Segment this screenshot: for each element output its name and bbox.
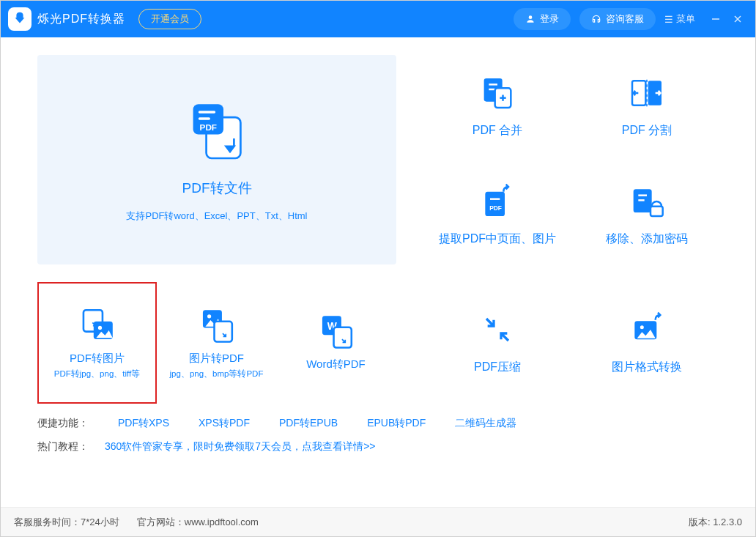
merge-icon [479, 75, 516, 111]
tool-pdf-merge[interactable]: PDF 合并 [426, 55, 569, 158]
svg-rect-30 [214, 322, 231, 342]
tool-pdf-extract[interactable]: PDF 提取PDF中页面、图片 [426, 163, 569, 266]
menu-label: 菜单 [676, 12, 695, 26]
svg-rect-24 [651, 206, 663, 215]
title-bar: 烁光PDF转换器 开通会员 登录 咨询客服 ☰ 菜单 [1, 1, 755, 37]
logo: 烁光PDF转换器 [8, 7, 125, 31]
version-label: 版本: [689, 516, 711, 529]
tool-label: 图片格式转换 [612, 360, 682, 375]
svg-rect-33 [333, 327, 351, 347]
quick-link[interactable]: 二维码生成器 [455, 417, 516, 430]
app-logo-icon [8, 7, 32, 31]
hero-subtitle: 支持PDF转word、Excel、PPT、Txt、Html [126, 210, 307, 223]
svg-text:PDF: PDF [200, 122, 217, 132]
card-title: PDF转图片 [70, 352, 125, 366]
login-label: 登录 [540, 12, 559, 26]
support-button[interactable]: 咨询客服 [579, 8, 656, 30]
card-image-to-pdf[interactable]: 图片转PDF jpg、png、bmp等转PDF [157, 282, 276, 404]
svg-text:PDF: PDF [489, 204, 502, 211]
site-label: 官方网站： [137, 516, 185, 529]
support-label: 咨询客服 [606, 12, 644, 26]
pdf-to-file-icon: PDF [184, 97, 250, 167]
tool-pdf-password[interactable]: 移除、添加密码 [575, 163, 719, 266]
vip-button[interactable]: 开通会员 [138, 9, 201, 29]
tutorial-label: 热门教程： [37, 440, 89, 453]
app-title: 烁光PDF转换器 [37, 12, 125, 27]
tools-grid-top: PDF 合并 PDF 分割 PDF 提取PDF中页面、图片 移除、添加密码 [426, 55, 719, 266]
card-subtitle: jpg、png、bmp等转PDF [170, 369, 264, 379]
tool-label: PDF压缩 [474, 360, 521, 375]
status-bar: 客服服务时间： 7*24小时 官方网站： www.ipdftool.com 版本… [1, 507, 755, 536]
user-icon [525, 14, 536, 24]
pdf2img-icon [78, 306, 116, 344]
version-value: 1.2.3.0 [713, 516, 742, 527]
menu-button[interactable]: ☰ 菜单 [664, 12, 695, 26]
menu-icon: ☰ [664, 14, 673, 25]
tool-pdf-compress[interactable]: PDF压缩 [426, 282, 569, 404]
quick-link[interactable]: PDF转EPUB [279, 417, 338, 430]
img2pdf-icon [198, 306, 236, 344]
tool-pdf-split[interactable]: PDF 分割 [575, 55, 719, 158]
service-value: 7*24小时 [81, 516, 119, 529]
imgfmt-icon [629, 311, 665, 348]
card-subtitle: PDF转jpg、png、tiff等 [54, 369, 140, 379]
tool-label: 提取PDF中页面、图片 [439, 232, 556, 247]
tool-label: PDF 分割 [622, 123, 672, 138]
svg-point-35 [640, 325, 644, 329]
site-value: www.ipdftool.com [185, 516, 259, 527]
minimize-button[interactable] [705, 9, 726, 29]
quick-link[interactable]: XPS转PDF [199, 417, 250, 430]
lock-icon [629, 183, 665, 220]
quick-label: 便捷功能： [37, 417, 89, 430]
tool-label: 移除、添加密码 [606, 232, 688, 247]
card-word-to-pdf[interactable]: W Word转PDF [276, 282, 396, 404]
tutorial-row: 热门教程： 360软件管家专享，限时免费领取7天会员，点我查看详情>> [37, 440, 719, 453]
headset-icon [591, 14, 601, 24]
compress-icon [479, 311, 516, 348]
svg-point-29 [207, 314, 211, 318]
word2pdf-icon: W [317, 312, 355, 350]
quick-link[interactable]: EPUB转PDF [367, 417, 426, 430]
svg-point-27 [97, 326, 101, 330]
close-button[interactable] [727, 9, 748, 29]
quick-link[interactable]: PDF转XPS [118, 417, 169, 430]
card-pdf-to-image[interactable]: PDF转图片 PDF转jpg、png、tiff等 [37, 282, 157, 404]
card-title: 图片转PDF [189, 352, 244, 366]
mid-cards: PDF转图片 PDF转jpg、png、tiff等 图片转PDF jpg、png、… [37, 282, 396, 404]
tutorial-link[interactable]: 360软件管家专享，限时免费领取7天会员，点我查看详情>> [105, 440, 376, 453]
card-title: Word转PDF [306, 358, 366, 371]
extract-icon: PDF [479, 183, 516, 220]
tools-grid-bottom: PDF压缩 图片格式转换 [426, 282, 719, 404]
hero-title: PDF转文件 [182, 179, 252, 198]
svg-point-0 [529, 15, 533, 19]
pdf-to-file-hero[interactable]: PDF PDF转文件 支持PDF转word、Excel、PPT、Txt、Html [37, 55, 396, 264]
main-content: PDF PDF转文件 支持PDF转word、Excel、PPT、Txt、Html… [1, 37, 755, 507]
login-button[interactable]: 登录 [514, 8, 571, 30]
service-label: 客服服务时间： [14, 516, 81, 529]
tool-image-format[interactable]: 图片格式转换 [575, 282, 719, 404]
tool-label: PDF 合并 [472, 123, 522, 138]
quick-links-row: 便捷功能： PDF转XPS XPS转PDF PDF转EPUB EPUB转PDF … [37, 417, 719, 430]
split-icon [629, 75, 665, 111]
